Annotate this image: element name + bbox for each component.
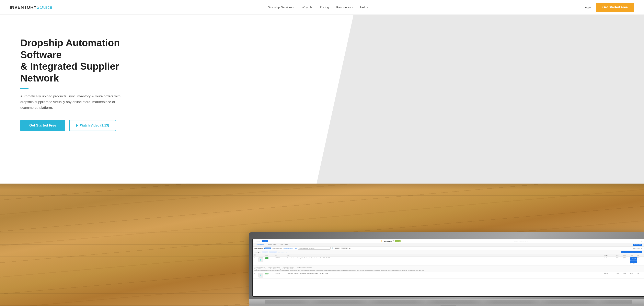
row2-status-badge: Active xyxy=(264,273,268,274)
nav-links: Dropship Services ▾ Why Us Pricing Resou… xyxy=(268,6,368,9)
laptop-camera xyxy=(448,235,449,237)
list-price-value: $8.34 xyxy=(630,261,637,263)
product-thumbnail: 🧴 xyxy=(258,257,263,262)
row1-msrp: $10.39 xyxy=(623,257,630,258)
nav-resources[interactable]: Resources ▾ xyxy=(336,6,353,9)
row1-title: Evo/lair Conditioner - Best Vegetable Co… xyxy=(287,257,604,258)
detail-upc: UPC: 8674000006968 xyxy=(254,266,264,268)
get-started-nav-button[interactable]: Get Started Free xyxy=(596,3,634,12)
chevron-down-icon: ▾ xyxy=(293,6,294,8)
laptop-keyboard xyxy=(249,299,644,305)
logo[interactable]: INVENTORYSOurce xyxy=(10,5,52,10)
list-price-button[interactable]: List Price (7) xyxy=(630,257,637,260)
screen-nav-tab-store-catalog[interactable]: Store Catalog xyxy=(278,243,290,246)
col-status-header: Status xyxy=(264,254,275,256)
col-title-header: Title xyxy=(287,254,604,256)
view-mode-icons[interactable]: ⊞ ☰ xyxy=(349,248,351,249)
row2-status: Active xyxy=(264,273,275,274)
save-search-tag-link[interactable]: Save Search As Tag xyxy=(278,251,287,253)
catalog-rules-button[interactable]: ⚙ Catalog Rules xyxy=(633,244,642,246)
keyboard-keys xyxy=(265,300,632,303)
watch-video-button[interactable]: Watch Video (1:13) xyxy=(69,120,116,131)
row1-sku: BK2703701 xyxy=(275,257,287,258)
row2-sku: BK2703191 xyxy=(275,273,287,274)
detail-category: Category: Hair Care / Conditioner xyxy=(297,266,312,268)
detail-weight: Weight: 5.18 lb xyxy=(254,268,262,269)
per-page-select[interactable]: 50 Per Page xyxy=(341,247,348,249)
detail-row: UPC: 8674000006968 Available Since: 10/2… xyxy=(254,266,642,268)
shopify-badge: Shopify xyxy=(395,240,400,242)
screen-table-header: ☐ Status SKU Title Category Cost MSRP Pr… xyxy=(253,254,644,256)
detail-wholesale: Wholesale Cost: $2.65 xyxy=(265,268,276,269)
screen-nav-tabs: Supplier Feed Product Queue Store Catalo… xyxy=(253,243,644,246)
detail-retail: Suggested Retail Price: $8.29 xyxy=(279,268,293,269)
screen-nav-tab-product-queue[interactable]: Product Queue xyxy=(266,243,278,246)
row2-cost: $10.65 xyxy=(616,273,623,274)
nav-dropship-services[interactable]: Dropship Services ▾ xyxy=(268,6,294,9)
col-cost-header: Cost xyxy=(616,254,623,256)
logo-source: SOurce xyxy=(37,5,52,10)
play-icon xyxy=(76,124,78,127)
detail-avail-since: Available Since: 10/25/15 xyxy=(268,266,280,268)
row1-status: Active xyxy=(264,257,275,258)
advanced-search-link[interactable]: ▾ Advanced Search xyxy=(284,248,292,249)
col-qty-header: Qty xyxy=(637,254,642,256)
nav-why-us[interactable]: Why Us xyxy=(302,6,312,9)
screen-tab-active[interactable]: Active xyxy=(262,240,268,242)
table-row: ☐ 🧴 Active BK2703701 Evo/lair Conditione… xyxy=(253,256,644,265)
laptop-screen: Paused Active ⬡ Honest Green ⇌ Shopify L… xyxy=(252,239,644,297)
screen-detail-panel: UPC: 8674000006968 Available Since: 10/2… xyxy=(253,265,644,272)
screen-content: Paused Active ⬡ Honest Green ⇌ Shopify L… xyxy=(253,239,644,296)
remove-button[interactable]: Remove xyxy=(335,247,340,249)
screen-filter-bar: Filtering On: Hair Care Honest Imports S… xyxy=(253,250,644,254)
screen-close-icon[interactable]: ✕ xyxy=(641,240,642,242)
get-started-hero-button[interactable]: Get Started Free xyxy=(20,120,65,131)
margin-value: Margin: $4.4 xyxy=(630,263,637,264)
screen-status-tabs: Paused Active xyxy=(254,240,268,242)
hero-content: Dropship Automation Software & Integrate… xyxy=(0,15,138,143)
tags-link[interactable]: ▾ Tags xyxy=(294,248,297,249)
row1-check[interactable]: ☐ xyxy=(254,257,258,258)
screen-tab-paused[interactable]: Paused xyxy=(254,240,261,242)
laptop-camera-row xyxy=(252,235,644,237)
screen-topbar: Paused Active ⬡ Honest Green ⇌ Shopify L… xyxy=(253,239,644,243)
detail-description: Conditioner conditioner for normal to oi… xyxy=(254,270,642,271)
logo-inventory: INVENTORY xyxy=(10,5,37,10)
row2-category: Hair Care xyxy=(604,273,616,274)
row2-img: 🧴 xyxy=(258,273,264,277)
row1-cost: $2.65 xyxy=(616,257,623,258)
screen-store-title: ⬡ Honest Green ⇌ Shopify xyxy=(381,240,400,242)
row1-category: Hair Care xyxy=(604,257,616,258)
login-link[interactable]: Login xyxy=(584,6,591,9)
nav-pricing[interactable]: Pricing xyxy=(320,6,329,9)
hero-title: Dropship Automation Software & Integrate… xyxy=(20,37,122,84)
screen-search-input[interactable] xyxy=(298,247,330,249)
navbar: INVENTORYSOurce Dropship Services ▾ Why … xyxy=(0,0,644,15)
table-row: ☐ 🧴 Active BK2703191 Evo/lair Moist - Pu… xyxy=(253,272,644,278)
row2-check[interactable]: ☐ xyxy=(254,273,258,274)
detail-row-2: Weight: 5.18 lb Wholesale Cost: $2.65 Su… xyxy=(254,268,642,269)
hero-section: Dropship Automation Software & Integrate… xyxy=(0,15,644,306)
nav-right: Login Get Started Free xyxy=(584,3,634,12)
screen-nav-right: ⚙ Catalog Rules xyxy=(633,243,642,246)
hero-divider xyxy=(20,88,28,89)
search-icon: 🔍 xyxy=(332,247,334,249)
nav-help[interactable]: Help ▾ xyxy=(360,6,368,9)
chevron-down-icon-2: ▾ xyxy=(352,6,353,8)
feed-view-mode-label: Feed View Mode xyxy=(254,248,263,249)
col-price-header: Price xyxy=(630,254,637,256)
screen-viewing: Viewing 1 - 50 of 620 xyxy=(633,248,642,249)
filter-chip-honest-imports[interactable]: Honest Imports xyxy=(269,251,277,253)
laptop-base xyxy=(249,305,644,306)
detail-manufacturer: Manufacturer: Evo/lair xyxy=(283,266,294,268)
row2-msrp: $17.99 xyxy=(623,273,630,274)
screen-nav-tab-supplier-feed[interactable]: Supplier Feed xyxy=(254,243,266,246)
entire-feed-badge[interactable]: Entire Feed xyxy=(264,247,271,249)
bulk-actions-button[interactable]: Bulk Actions For 670 Matching Products ▾ xyxy=(622,251,642,253)
filter-chip-hair-care[interactable]: Hair Care xyxy=(262,251,268,253)
col-msrp-header: MSRP xyxy=(623,254,630,256)
hero-buttons: Get Started Free Watch Video (1:13) xyxy=(20,120,122,131)
hero-description: Automatically upload products, sync inve… xyxy=(20,94,122,111)
row2-price: $12.99 xyxy=(630,273,637,274)
product-thumbnail-2: 🧴 xyxy=(258,273,263,277)
